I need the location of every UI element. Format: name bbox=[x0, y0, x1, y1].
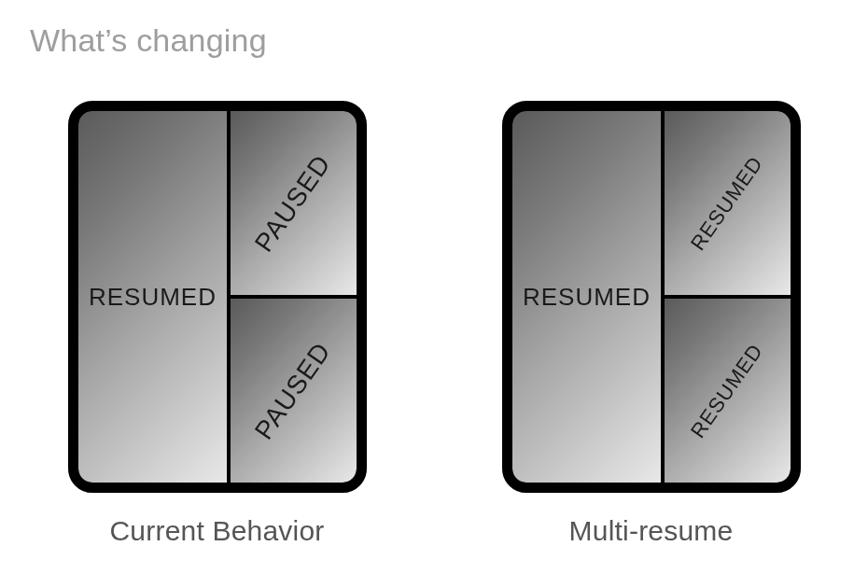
pane-left: RESUMED bbox=[78, 111, 231, 483]
pane-right: RESUMED RESUMED bbox=[665, 111, 790, 483]
device-caption: Current Behavior bbox=[110, 515, 325, 547]
state-label: RESUMED bbox=[686, 339, 768, 442]
pane-left: RESUMED bbox=[512, 111, 665, 483]
tablet-frame: RESUMED PAUSED PAUSED bbox=[68, 101, 367, 493]
state-label: RESUMED bbox=[523, 283, 651, 312]
state-label: PAUSED bbox=[249, 149, 338, 258]
state-label: RESUMED bbox=[686, 151, 768, 255]
page-title: What’s changing bbox=[30, 22, 267, 59]
device-col-current: RESUMED PAUSED PAUSED Current Behavior bbox=[68, 101, 367, 547]
state-label: PAUSED bbox=[249, 337, 338, 445]
device-col-multiresume: RESUMED RESUMED RESUMED Multi-resume bbox=[502, 101, 801, 547]
pane-right: PAUSED PAUSED bbox=[231, 111, 356, 483]
pane-right-bottom: PAUSED bbox=[231, 299, 356, 483]
tablet-frame: RESUMED RESUMED RESUMED bbox=[502, 101, 801, 493]
pane-right-top: PAUSED bbox=[231, 111, 356, 299]
state-label: RESUMED bbox=[89, 283, 217, 312]
pane-right-top: RESUMED bbox=[665, 111, 790, 299]
diagram-row: RESUMED PAUSED PAUSED Current Behavior R… bbox=[0, 101, 868, 547]
device-caption: Multi-resume bbox=[569, 515, 734, 547]
pane-right-bottom: RESUMED bbox=[665, 299, 790, 483]
